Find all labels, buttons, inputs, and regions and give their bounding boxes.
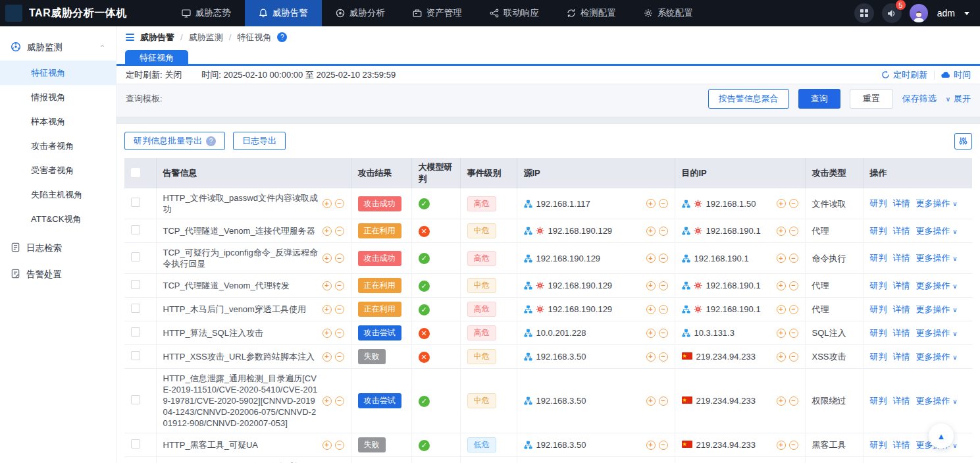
row-action-judge[interactable]: 研判 xyxy=(870,396,887,406)
row-action-detail[interactable]: 详情 xyxy=(893,396,910,406)
row-checkbox[interactable] xyxy=(131,198,140,207)
row-checkbox[interactable] xyxy=(131,351,140,360)
row-action-more[interactable]: 更多操作 ∨ xyxy=(916,328,958,338)
row-action-more[interactable]: 更多操作 ∨ xyxy=(916,304,958,314)
topnav-item-5[interactable]: 检测配置 xyxy=(553,0,630,26)
column-settings-icon[interactable] xyxy=(954,133,972,150)
filter-exclude-icon[interactable]: − xyxy=(659,329,668,338)
topnav-item-0[interactable]: 威胁态势 xyxy=(168,0,245,26)
row-checkbox[interactable] xyxy=(131,439,140,449)
row-action-judge[interactable]: 研判 xyxy=(870,352,887,362)
filter-include-icon[interactable]: + xyxy=(777,199,786,208)
filter-exclude-icon[interactable]: − xyxy=(335,329,344,338)
sidebar-item-feature-view[interactable]: 特征视角 xyxy=(0,61,116,85)
filter-exclude-icon[interactable]: − xyxy=(659,254,668,263)
filter-include-icon[interactable]: + xyxy=(646,329,656,338)
row-action-detail[interactable]: 详情 xyxy=(893,226,910,236)
filter-exclude-icon[interactable]: − xyxy=(335,254,344,263)
row-checkbox[interactable] xyxy=(131,395,140,404)
col-header-model-verdict[interactable]: 大模型研判 xyxy=(411,158,460,188)
filter-include-icon[interactable]: + xyxy=(777,254,786,263)
filter-exclude-icon[interactable]: − xyxy=(789,305,798,314)
row-action-more[interactable]: 更多操作 ∨ xyxy=(916,198,958,208)
filter-exclude-icon[interactable]: − xyxy=(659,199,668,208)
breadcrumb-item[interactable]: 特征视角 xyxy=(237,32,271,43)
filter-exclude-icon[interactable]: − xyxy=(789,441,798,450)
select-all-checkbox[interactable] xyxy=(131,168,140,177)
filter-include-icon[interactable]: + xyxy=(646,441,656,450)
filter-exclude-icon[interactable]: − xyxy=(789,396,798,406)
row-action-more[interactable]: 更多操作 ∨ xyxy=(916,253,958,263)
reset-button[interactable]: 重置 xyxy=(850,89,893,109)
time-link[interactable]: 时间 xyxy=(941,69,971,81)
row-action-detail[interactable]: 详情 xyxy=(893,253,910,263)
filter-exclude-icon[interactable]: − xyxy=(335,305,344,314)
row-action-judge[interactable]: 研判 xyxy=(870,304,887,314)
tab-feature-view[interactable]: 特征视角 xyxy=(125,50,188,66)
row-action-judge[interactable]: 研判 xyxy=(870,328,887,338)
row-action-detail[interactable]: 详情 xyxy=(893,440,910,450)
col-header-attack-type[interactable]: 攻击类型 xyxy=(805,158,863,188)
filter-exclude-icon[interactable]: − xyxy=(659,441,668,450)
row-checkbox[interactable] xyxy=(131,225,140,234)
filter-exclude-icon[interactable]: − xyxy=(335,199,344,208)
filter-exclude-icon[interactable]: − xyxy=(789,352,798,362)
filter-exclude-icon[interactable]: − xyxy=(659,396,668,406)
query-button[interactable]: 查询 xyxy=(798,89,840,109)
filter-include-icon[interactable]: + xyxy=(322,352,332,362)
filter-exclude-icon[interactable]: − xyxy=(335,352,344,362)
save-filter-link[interactable]: 保存筛选 xyxy=(902,93,937,105)
col-header-src-ip[interactable]: 源IP xyxy=(517,158,675,188)
row-checkbox[interactable] xyxy=(131,327,140,337)
filter-include-icon[interactable]: + xyxy=(777,396,786,406)
filter-include-icon[interactable]: + xyxy=(322,329,332,338)
col-header-severity[interactable]: 事件级别 xyxy=(460,158,517,188)
filter-exclude-icon[interactable]: − xyxy=(659,227,668,236)
filter-include-icon[interactable]: + xyxy=(646,199,656,208)
filter-include-icon[interactable]: + xyxy=(777,441,786,450)
sidebar-item-log-search[interactable]: 日志检索 xyxy=(0,235,116,261)
filter-exclude-icon[interactable]: − xyxy=(789,254,798,263)
user-menu-caret-icon[interactable] xyxy=(964,12,969,15)
sidebar-item-intel-view[interactable]: 情报视角 xyxy=(0,85,116,109)
collapse-menu-icon[interactable] xyxy=(126,34,134,41)
topnav-item-3[interactable]: 资产管理 xyxy=(399,0,476,26)
filter-include-icon[interactable]: + xyxy=(322,441,332,450)
row-action-more[interactable]: 更多操作 ∨ xyxy=(916,281,958,290)
row-action-detail[interactable]: 详情 xyxy=(893,281,910,290)
filter-include-icon[interactable]: + xyxy=(646,305,656,314)
sidebar-item-victim-view[interactable]: 受害者视角 xyxy=(0,158,116,182)
breadcrumb-item[interactable]: 威胁告警 xyxy=(140,32,174,43)
row-action-detail[interactable]: 详情 xyxy=(893,198,910,208)
topnav-item-6[interactable]: 系统配置 xyxy=(630,0,707,26)
export-judgement-button[interactable]: 研判信息批量导出 ? xyxy=(124,132,225,150)
topnav-item-2[interactable]: 威胁分析 xyxy=(322,0,399,26)
filter-exclude-icon[interactable]: − xyxy=(335,396,344,406)
filter-exclude-icon[interactable]: − xyxy=(659,281,668,290)
timed-refresh-link[interactable]: 定时刷新 xyxy=(881,69,927,81)
filter-include-icon[interactable]: + xyxy=(646,254,656,263)
export-log-button[interactable]: 日志导出 xyxy=(233,132,286,150)
topnav-item-4[interactable]: 联动响应 xyxy=(476,0,553,26)
filter-exclude-icon[interactable]: − xyxy=(789,199,798,208)
row-action-judge[interactable]: 研判 xyxy=(870,281,887,290)
avatar[interactable] xyxy=(910,4,928,22)
filter-include-icon[interactable]: + xyxy=(322,396,332,406)
filter-include-icon[interactable]: + xyxy=(777,305,786,314)
topnav-item-1[interactable]: 威胁告警 xyxy=(245,0,322,26)
breadcrumb-item[interactable]: 威胁监测 xyxy=(189,32,223,43)
filter-exclude-icon[interactable]: − xyxy=(789,329,798,338)
filter-exclude-icon[interactable]: − xyxy=(789,227,798,236)
col-header-alert-info[interactable]: 告警信息 xyxy=(156,158,351,188)
sidebar-item-attck-view[interactable]: ATT&CK视角 xyxy=(0,207,116,231)
filter-include-icon[interactable]: + xyxy=(646,396,656,406)
filter-include-icon[interactable]: + xyxy=(777,329,786,338)
filter-include-icon[interactable]: + xyxy=(322,305,332,314)
filter-exclude-icon[interactable]: − xyxy=(659,352,668,362)
row-action-judge[interactable]: 研判 xyxy=(870,440,887,450)
help-icon[interactable]: ? xyxy=(277,32,287,42)
filter-include-icon[interactable]: + xyxy=(322,254,332,263)
filter-exclude-icon[interactable]: − xyxy=(335,441,344,450)
expand-link[interactable]: ∨展开 xyxy=(946,93,971,105)
notification-speaker-icon[interactable]: 5 xyxy=(882,3,902,23)
